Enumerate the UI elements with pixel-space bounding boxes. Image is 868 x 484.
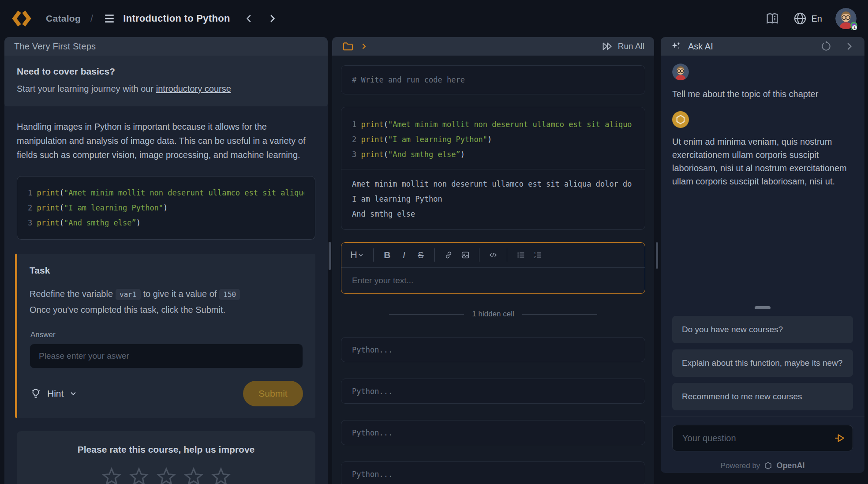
basics-text-prefix: Start your learning journey with our xyxy=(17,84,156,94)
user-avatar-icon xyxy=(672,64,689,80)
code-punct: ( xyxy=(384,150,388,159)
suggestion-chip[interactable]: Recommend to me new courses xyxy=(672,383,853,410)
next-chapter-button[interactable] xyxy=(266,12,279,25)
code-button[interactable] xyxy=(488,250,498,260)
prev-chapter-button[interactable] xyxy=(243,12,256,25)
bold-button[interactable]: B xyxy=(382,250,392,260)
toolbar-divider xyxy=(479,248,479,262)
hint-button[interactable]: Hint xyxy=(30,387,78,400)
notebook-scrollbar[interactable] xyxy=(656,242,658,269)
code-punct: ) xyxy=(460,150,465,159)
basics-card: Need to cover basics? Start your learnin… xyxy=(4,56,328,106)
suggestion-list: Do you have new courses? Explain about t… xyxy=(672,316,853,416)
code-keyword: print xyxy=(37,203,59,212)
bullet-list-button[interactable] xyxy=(516,250,526,260)
app-logo-icon[interactable] xyxy=(11,8,32,29)
code-string: "I am learning Python" xyxy=(388,135,487,144)
sparkles-icon xyxy=(670,41,682,52)
python-cell[interactable]: Python... xyxy=(341,420,645,445)
code-keyword: print xyxy=(361,120,383,129)
strikethrough-button[interactable]: S xyxy=(416,250,426,260)
line-number: 3 xyxy=(28,218,37,227)
submit-button[interactable]: Submit xyxy=(243,381,303,406)
breadcrumb-separator: / xyxy=(90,13,93,24)
italic-button[interactable]: I xyxy=(399,250,409,260)
code-punct: ) xyxy=(163,203,168,212)
code-punct: ) xyxy=(136,218,141,227)
link-button[interactable] xyxy=(444,250,453,260)
line-number: 3 xyxy=(352,150,361,159)
code-keyword: print xyxy=(37,218,59,227)
bullet-list-icon xyxy=(516,250,526,260)
star-icon[interactable] xyxy=(183,466,204,484)
brand-name: OpenAI xyxy=(776,461,804,470)
star-icon[interactable] xyxy=(101,466,122,484)
page-title: Introduction to Python xyxy=(123,13,230,24)
editor-input[interactable]: Enter your text... xyxy=(341,268,645,293)
code-icon xyxy=(488,250,498,260)
python-cell[interactable]: Python... xyxy=(341,337,645,362)
code-punct: ( xyxy=(60,188,64,197)
star-icon[interactable] xyxy=(156,466,177,484)
code-line: 1 print("Amet minim mollit non deserunt … xyxy=(352,117,634,132)
python-cell[interactable]: Python... xyxy=(341,461,645,484)
output-line: Amet minim mollit non deserunt ullamco e… xyxy=(352,176,634,191)
language-switcher[interactable]: En xyxy=(793,11,822,26)
hidden-cells-divider[interactable]: 1 hidden cell xyxy=(341,310,645,319)
task-card: Task Redefine the variablevar1to give it… xyxy=(15,254,315,418)
send-button[interactable] xyxy=(831,429,848,447)
collapse-chevron-right-icon[interactable] xyxy=(843,41,855,52)
image-button[interactable] xyxy=(460,250,470,260)
cell-output: Amet minim mollit non deserunt ullamco e… xyxy=(341,169,645,229)
chevron-down-icon xyxy=(69,389,78,398)
task-text: Redefine the variable xyxy=(30,289,113,299)
chapter-panel: The Very First Steps Need to cover basic… xyxy=(4,37,328,484)
toolbar-divider xyxy=(373,248,374,262)
scratch-cell[interactable]: # Write and run code here xyxy=(341,65,645,94)
star-icon[interactable] xyxy=(210,466,232,484)
python-cell[interactable]: Python... xyxy=(341,379,645,404)
badge-count: 1 xyxy=(852,25,857,30)
ask-ai-panel: Ask AI Tell me a xyxy=(661,37,864,473)
svg-text:1: 1 xyxy=(534,251,536,255)
run-all-button[interactable]: Run All xyxy=(601,40,644,53)
code-cell-editor[interactable]: 1 print("Amet minim mollit non deserunt … xyxy=(341,107,645,169)
task-description: Redefine the variablevar1to give it a va… xyxy=(30,286,303,317)
numbered-list-button[interactable]: 1 2 xyxy=(533,250,542,260)
notebook-header: Run All xyxy=(332,37,654,56)
divider-line xyxy=(522,314,597,315)
ask-ai-header: Ask AI xyxy=(661,37,864,56)
hint-label: Hint xyxy=(47,388,64,399)
user-avatar[interactable]: 1 xyxy=(835,8,857,29)
star-icon[interactable] xyxy=(128,466,150,484)
docs-button[interactable] xyxy=(765,11,780,26)
left-panel-scrollbar[interactable] xyxy=(329,242,331,270)
heading-label: H xyxy=(350,249,357,261)
notebook-panel: Run All # Write and run code here 1 prin… xyxy=(332,37,654,484)
question-input[interactable] xyxy=(681,433,831,444)
run-all-icon xyxy=(601,40,614,53)
breadcrumb-catalog[interactable]: Catalog xyxy=(46,13,81,24)
hamburger-icon[interactable] xyxy=(103,13,116,24)
line-number: 2 xyxy=(352,135,361,144)
code-punct: ( xyxy=(60,218,64,227)
value-chip: 150 xyxy=(219,289,240,300)
answer-input[interactable] xyxy=(30,344,303,368)
intro-course-link[interactable]: introductory course xyxy=(156,84,231,94)
suggestion-chip[interactable]: Explain about this function, maybe its n… xyxy=(672,349,853,377)
openai-avatar-icon xyxy=(672,111,689,128)
code-line: 1 print("Amet minim mollit non deserunt … xyxy=(28,185,304,200)
chat-history: Tell me about the topic of this chapter … xyxy=(661,56,864,188)
numbered-list-icon: 1 2 xyxy=(533,250,542,260)
hidden-cells-label: 1 hidden cell xyxy=(472,310,514,319)
code-keyword: print xyxy=(361,135,383,144)
task-line1: Redefine the variablevar1to give it a va… xyxy=(30,286,303,302)
divider-line xyxy=(389,314,464,315)
refresh-icon[interactable] xyxy=(820,41,832,52)
chapter-header: The Very First Steps xyxy=(4,37,328,56)
resize-handle[interactable] xyxy=(755,306,771,309)
folder-icon[interactable] xyxy=(342,40,354,53)
text-editor: H B I S xyxy=(341,242,645,294)
heading-button[interactable]: H xyxy=(350,249,364,261)
suggestion-chip[interactable]: Do you have new courses? xyxy=(672,316,853,343)
